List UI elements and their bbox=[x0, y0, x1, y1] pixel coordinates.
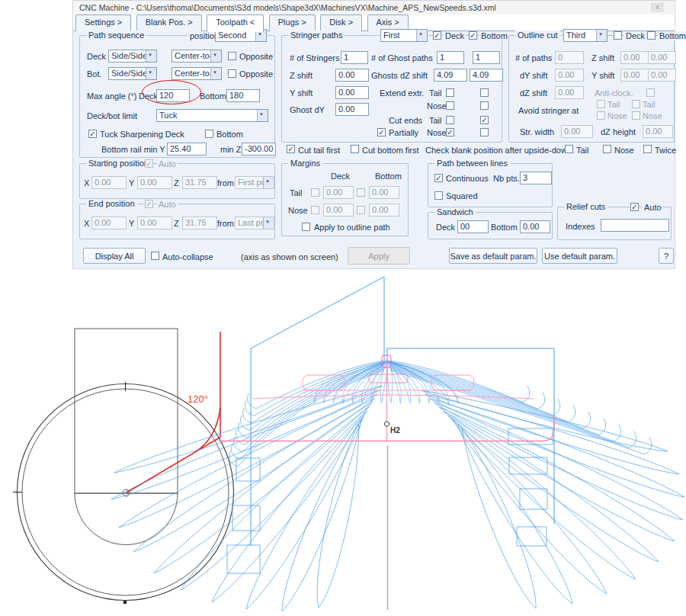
tuck-sharpening-deck-checkbox[interactable]: ✓ bbox=[88, 130, 97, 138]
num-stringers-input[interactable]: 1 bbox=[341, 51, 368, 64]
ghost-dy-input[interactable]: 0.00 bbox=[335, 103, 369, 116]
partially-label: Partially bbox=[389, 128, 418, 137]
ghosts-dz-deck-input[interactable]: 4.09 bbox=[434, 69, 467, 82]
check-blank-nose-checkbox[interactable] bbox=[603, 145, 611, 153]
y-shift-input[interactable]: 0.00 bbox=[335, 86, 369, 99]
bot-opposite-label: Opposite bbox=[239, 69, 273, 79]
disk-bottom-dot bbox=[123, 601, 127, 605]
cut-bottom-first-checkbox[interactable] bbox=[351, 145, 359, 153]
sandwich-deck-input[interactable]: 00 bbox=[457, 220, 489, 233]
outline-z-deck-input: 0.00 bbox=[620, 51, 649, 64]
relief-auto-label: Auto bbox=[643, 203, 663, 212]
extend-tail-bottom-checkbox[interactable] bbox=[480, 88, 489, 97]
relief-cuts-legend: Relief cuts bbox=[564, 202, 607, 211]
tab-disk[interactable]: Disk > bbox=[320, 14, 362, 31]
relief-auto-checkbox[interactable]: ✓ bbox=[630, 203, 639, 211]
margins-group: Margins Deck Bottom Tail 0.00 0.00 Nose … bbox=[281, 163, 409, 236]
path-between-lines-group: Path between lines ✓ Continuous Nb pts. … bbox=[428, 163, 553, 207]
partially-checkbox[interactable]: ✓ bbox=[377, 128, 386, 136]
auto-collapse-checkbox[interactable] bbox=[151, 252, 159, 260]
stringer-deck-checkbox[interactable]: ✓ bbox=[433, 31, 441, 40]
bot-opposite-checkbox[interactable] bbox=[228, 69, 236, 78]
outline-y-bottom-input: 0.00 bbox=[648, 69, 676, 82]
indexes-input[interactable] bbox=[601, 219, 669, 232]
cut-ends-nose-bottom-checkbox[interactable] bbox=[480, 128, 489, 136]
tab-plugs[interactable]: Plugs > bbox=[269, 14, 316, 31]
tuck-sharpening-deck-label: Tuck Sharpening Deck bbox=[100, 130, 184, 139]
cut-ends-tail-bottom-checkbox[interactable]: ✓ bbox=[480, 116, 489, 124]
margins-tail-bottom-checkbox bbox=[357, 188, 365, 197]
tuck-sharpening-bottom-checkbox[interactable] bbox=[205, 130, 213, 138]
avoid-stringer-label: Avoid stringer at bbox=[518, 106, 579, 115]
extend-nose-deck-checkbox[interactable] bbox=[446, 101, 454, 110]
start-x-label: X bbox=[84, 178, 89, 188]
help-button[interactable]: ? bbox=[659, 248, 674, 264]
chevron-down-icon bbox=[146, 50, 156, 62]
starting-position-group: Starting position ✓ Auto X 0.00 Y 0.00 Z… bbox=[79, 163, 275, 199]
squared-checkbox[interactable] bbox=[434, 191, 443, 200]
extend-nose-bottom-checkbox[interactable] bbox=[480, 101, 489, 110]
extend-tail-deck-checkbox[interactable] bbox=[446, 88, 454, 97]
tab-settings[interactable]: Settings > bbox=[75, 14, 131, 31]
max-angle-bottom-input[interactable]: 180 bbox=[226, 89, 260, 102]
check-blank-twice-checkbox[interactable] bbox=[643, 145, 652, 153]
ghost-paths-bottom-input[interactable]: 1 bbox=[473, 51, 500, 64]
chevron-down-icon bbox=[210, 68, 221, 79]
outline-deck-checkbox[interactable] bbox=[614, 31, 622, 40]
check-blank-nose-label: Nose bbox=[614, 146, 634, 155]
outline-bottom-checkbox[interactable] bbox=[647, 31, 656, 40]
bot-direction-dropdown[interactable]: Center-to-Ra bbox=[172, 67, 222, 80]
tab-toolpath[interactable]: Toolpath < bbox=[207, 14, 264, 32]
sandwich-bottom-input[interactable]: 0.00 bbox=[520, 220, 550, 233]
deck-bot-limit-dropdown[interactable]: Tuck bbox=[156, 109, 268, 122]
start-from-label: from bbox=[217, 178, 234, 188]
stringer-order-dropdown[interactable]: First bbox=[380, 29, 428, 42]
squared-label: Squared bbox=[446, 191, 478, 201]
stringer-paths-legend: Stringer paths bbox=[288, 30, 345, 40]
end-auto-label: Auto bbox=[157, 200, 178, 209]
display-all-button[interactable]: Display All bbox=[83, 248, 146, 264]
save-default-param-button[interactable]: Save as default param. bbox=[449, 248, 537, 264]
tuck-sharpening-bottom-label: Bottom bbox=[216, 130, 243, 139]
continuous-checkbox[interactable]: ✓ bbox=[434, 174, 443, 182]
nb-pts-input[interactable]: 3 bbox=[520, 172, 552, 184]
use-default-param-button[interactable]: Use default param. bbox=[542, 248, 617, 264]
close-button[interactable]: x bbox=[651, 2, 664, 12]
apply-button: Apply bbox=[348, 247, 410, 265]
chevron-down-icon bbox=[596, 30, 607, 41]
check-blank-twice-label: Twice bbox=[655, 146, 676, 155]
bot-mode-dropdown[interactable]: Side/Side bbox=[108, 67, 157, 80]
deck-mode-dropdown[interactable]: Side/Side bbox=[108, 50, 157, 63]
min-z-input[interactable]: -300.00 bbox=[242, 143, 276, 156]
deck-opposite-checkbox[interactable] bbox=[228, 52, 236, 60]
outline-order-dropdown[interactable]: Third bbox=[563, 29, 607, 42]
max-angle-deck-input[interactable]: 120 bbox=[156, 89, 190, 102]
end-x-input: 0.00 bbox=[91, 217, 127, 229]
ghost-paths-deck-input[interactable]: 1 bbox=[437, 51, 464, 64]
margins-nose-deck-input: 0.00 bbox=[323, 204, 354, 217]
z-shift-input[interactable]: 0.00 bbox=[335, 69, 369, 82]
check-blank-tail-label: Tail bbox=[576, 146, 589, 155]
chevron-down-icon bbox=[210, 50, 221, 62]
sandwich-group: Sandwich Deck 00 Bottom 0.00 bbox=[428, 212, 553, 239]
starting-auto-label: Auto bbox=[157, 159, 178, 168]
cut-ends-nose-deck-checkbox[interactable]: ✓ bbox=[446, 128, 454, 136]
cut-ends-tail-deck-checkbox[interactable] bbox=[446, 116, 454, 124]
cut-tail-first-checkbox[interactable]: ✓ bbox=[287, 145, 295, 153]
tab-blank-pos[interactable]: Blank Pos. > bbox=[136, 14, 202, 31]
toolpath-panel: Path sequence position Second Deck Side/… bbox=[73, 31, 675, 268]
bottom-rail-min-y-input[interactable]: 25.40 bbox=[167, 143, 207, 156]
deck-row-label: Deck bbox=[87, 52, 106, 61]
window-title: CNC Machine - C:\Users\thoma\Documents\S… bbox=[79, 3, 496, 12]
dy-shift-label: dY shift bbox=[520, 71, 548, 80]
num-paths-input: 0 bbox=[555, 51, 584, 64]
ghosts-dz-bottom-input[interactable]: 4.09 bbox=[470, 69, 503, 82]
deck-direction-dropdown[interactable]: Center-to-Ra bbox=[172, 50, 222, 63]
apply-outline-path-checkbox[interactable] bbox=[302, 223, 310, 231]
nb-pts-label: Nb pts. bbox=[493, 174, 520, 183]
num-stringers-label: # of Stringers bbox=[290, 53, 339, 63]
stringer-bottom-checkbox[interactable]: ✓ bbox=[469, 31, 477, 40]
titlebar[interactable]: CNC Machine - C:\Users\thoma\Documents\S… bbox=[73, 1, 675, 15]
check-blank-tail-checkbox[interactable] bbox=[565, 145, 573, 153]
disk-ticks bbox=[13, 382, 126, 492]
